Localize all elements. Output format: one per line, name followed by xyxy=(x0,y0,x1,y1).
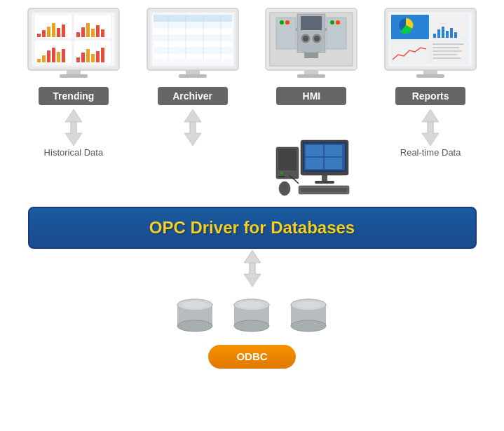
svg-rect-87 xyxy=(433,57,461,59)
svg-point-55 xyxy=(303,36,308,41)
svg-point-98 xyxy=(280,172,283,175)
database-1 xyxy=(172,295,218,341)
svg-rect-23 xyxy=(57,52,60,62)
monitor-archiver: Archiver xyxy=(137,7,249,105)
monitor-hmi: HMI xyxy=(255,7,367,105)
svg-rect-84 xyxy=(433,47,459,48)
database-3 xyxy=(286,295,332,341)
main-container: Trending xyxy=(0,0,504,431)
svg-point-57 xyxy=(314,36,320,41)
svg-rect-22 xyxy=(52,48,55,62)
svg-rect-68 xyxy=(297,74,325,78)
svg-rect-7 xyxy=(37,34,41,37)
svg-rect-78 xyxy=(437,29,440,38)
svg-rect-85 xyxy=(433,50,462,52)
svg-rect-67 xyxy=(304,70,318,74)
svg-rect-97 xyxy=(278,149,297,170)
svg-rect-15 xyxy=(86,23,90,37)
svg-point-66 xyxy=(336,20,340,25)
svg-point-129 xyxy=(296,301,321,308)
computer-center xyxy=(255,137,367,200)
svg-point-122 xyxy=(234,320,269,331)
svg-rect-26 xyxy=(81,53,85,62)
svg-rect-53 xyxy=(301,16,322,30)
svg-rect-80 xyxy=(446,31,449,38)
svg-rect-82 xyxy=(454,32,457,38)
svg-rect-37 xyxy=(154,22,232,28)
svg-rect-88 xyxy=(423,70,437,74)
trending-label: Trending xyxy=(39,87,109,105)
odbc-banner: ODBC xyxy=(208,345,295,369)
svg-rect-47 xyxy=(186,70,200,74)
svg-rect-16 xyxy=(91,29,95,37)
svg-rect-19 xyxy=(37,59,41,62)
svg-rect-18 xyxy=(101,29,104,37)
svg-rect-99 xyxy=(278,176,285,177)
svg-rect-36 xyxy=(154,15,232,22)
svg-rect-74 xyxy=(391,41,429,64)
svg-rect-10 xyxy=(52,23,55,37)
svg-rect-14 xyxy=(81,27,85,37)
svg-rect-12 xyxy=(62,25,65,37)
svg-rect-73 xyxy=(430,15,468,39)
middle-row xyxy=(0,137,504,200)
opc-banner: OPC Driver for Databases xyxy=(28,207,477,249)
hmi-monitor-svg xyxy=(262,7,360,84)
svg-point-65 xyxy=(330,20,334,25)
svg-rect-21 xyxy=(47,50,50,62)
svg-rect-104 xyxy=(325,145,342,156)
databases-row xyxy=(172,295,332,341)
hmi-label: HMI xyxy=(276,87,346,105)
svg-rect-27 xyxy=(86,49,90,62)
svg-rect-42 xyxy=(154,54,232,60)
archiver-label: Archiver xyxy=(158,87,228,105)
svg-rect-79 xyxy=(442,27,444,38)
svg-rect-107 xyxy=(322,175,327,181)
svg-rect-77 xyxy=(433,34,436,38)
database-2 xyxy=(229,295,275,341)
svg-rect-103 xyxy=(306,145,323,156)
monitors-row: Trending xyxy=(0,7,504,105)
svg-rect-9 xyxy=(47,27,50,37)
svg-rect-110 xyxy=(301,188,347,192)
svg-point-63 xyxy=(280,20,284,25)
svg-rect-20 xyxy=(42,55,46,62)
svg-rect-86 xyxy=(433,54,457,55)
svg-rect-40 xyxy=(154,41,232,47)
reports-monitor-svg xyxy=(381,7,479,84)
reports-label: Reports xyxy=(395,87,465,105)
trending-monitor-svg xyxy=(25,7,123,84)
svg-rect-29 xyxy=(96,51,100,62)
monitor-reports: Reports xyxy=(374,7,486,105)
svg-rect-105 xyxy=(306,158,323,169)
svg-rect-81 xyxy=(450,28,453,38)
svg-rect-32 xyxy=(60,74,88,78)
svg-rect-39 xyxy=(154,35,232,41)
svg-point-124 xyxy=(239,301,264,308)
computer-svg xyxy=(269,137,353,200)
svg-rect-8 xyxy=(42,30,46,37)
svg-rect-89 xyxy=(416,74,444,78)
svg-rect-11 xyxy=(57,28,60,37)
svg-rect-17 xyxy=(96,25,100,37)
archiver-monitor-svg xyxy=(144,7,242,84)
svg-point-117 xyxy=(177,320,212,331)
svg-marker-114 xyxy=(244,263,261,287)
opc-bottom-arrow xyxy=(238,250,266,289)
svg-rect-106 xyxy=(325,158,342,169)
svg-rect-48 xyxy=(179,74,207,78)
svg-rect-41 xyxy=(154,48,232,53)
svg-rect-25 xyxy=(76,57,80,62)
svg-rect-28 xyxy=(91,54,95,62)
svg-rect-31 xyxy=(67,70,81,74)
svg-point-64 xyxy=(285,20,290,25)
svg-rect-38 xyxy=(154,29,232,34)
svg-rect-83 xyxy=(433,43,464,45)
svg-rect-108 xyxy=(315,181,334,184)
monitor-trending: Trending xyxy=(18,7,130,105)
svg-rect-13 xyxy=(76,32,80,37)
svg-point-119 xyxy=(182,301,207,308)
svg-point-127 xyxy=(291,320,326,331)
opc-banner-text: OPC Driver for Databases xyxy=(149,218,355,237)
odbc-text: ODBC xyxy=(236,350,267,362)
